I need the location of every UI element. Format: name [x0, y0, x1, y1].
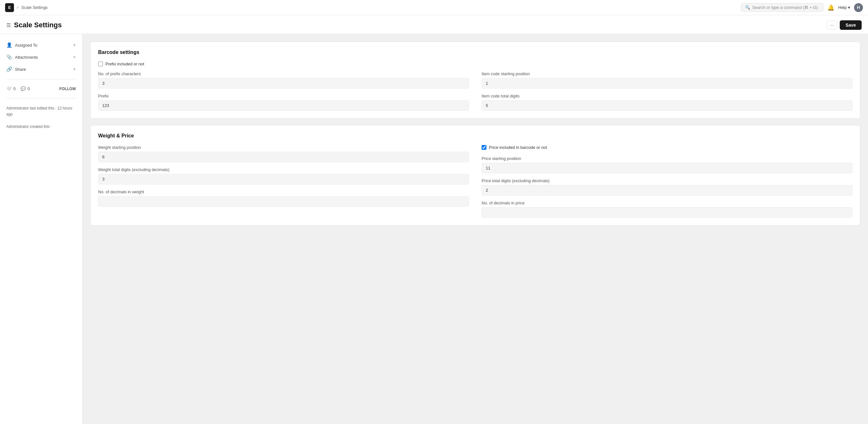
topnav-right: 🔍 Search or type a command (⌘ + G) 🔔 Hel… — [741, 3, 863, 12]
breadcrumb-separator: > — [17, 5, 19, 10]
item-code-start-label: Item code starting position — [482, 71, 852, 76]
sidebar-item-share[interactable]: 🔗 Share + — [0, 63, 82, 75]
no-prefix-chars-label: No. of prefix characters — [98, 71, 469, 76]
weight-price-card: Weight & Price Weight starting position … — [90, 125, 860, 226]
price-checkbox-label[interactable]: Price included in barcode or not — [489, 145, 547, 150]
weight-start-input[interactable] — [98, 152, 469, 162]
prefix-checkbox-row: Prefix included or not — [98, 62, 852, 66]
search-icon: 🔍 — [745, 5, 750, 10]
assigned-to-icon: 👤 — [6, 42, 12, 48]
sidebar-divider-2 — [6, 98, 76, 98]
price-digits-input[interactable] — [482, 185, 852, 195]
item-code-digits-label: Item code total digits — [482, 94, 852, 98]
add-share-icon[interactable]: + — [73, 66, 76, 72]
sidebar-item-assigned-to[interactable]: 👤 Assigned To + — [0, 39, 82, 51]
decimals-price-label: No. of decimals in price — [482, 201, 852, 205]
comments-count: 0 — [28, 86, 30, 91]
price-start-group: Price starting position — [482, 156, 852, 173]
barcode-settings-card: Barcode settings Prefix included or not … — [90, 41, 860, 119]
sidebar-stats: 🤍 0 · 💬 0 FOLLOW — [0, 83, 82, 94]
app-logo: E — [5, 3, 14, 12]
prefix-checkbox[interactable] — [98, 62, 103, 66]
barcode-form-grid: No. of prefix characters Prefix Item cod… — [98, 71, 852, 111]
prefix-label: Prefix — [98, 94, 469, 98]
item-code-start-input[interactable] — [482, 78, 852, 89]
save-button[interactable]: Save — [840, 20, 862, 30]
avatar[interactable]: H — [854, 3, 863, 12]
decimals-price-input[interactable] — [482, 207, 852, 218]
help-button[interactable]: Help ▾ — [838, 5, 850, 10]
chevron-down-icon: ▾ — [848, 5, 850, 10]
likes-count: 0 — [13, 86, 16, 91]
page-title: Scale Settings — [14, 21, 62, 29]
add-attachment-icon[interactable]: + — [73, 54, 76, 60]
weight-digits-group: Weight total digits (excluding decimals) — [98, 167, 469, 185]
weight-start-label: Weight starting position — [98, 145, 469, 150]
page-header: ☰ Scale Settings ··· Save — [0, 15, 868, 34]
item-code-digits-group: Item code total digits — [482, 94, 852, 111]
sidebar-item-attachments[interactable]: 📎 Attachments + — [0, 51, 82, 63]
comment-icon: 💬 — [21, 86, 26, 91]
price-checkbox-row: Price included in barcode or not — [482, 145, 852, 150]
sidebar: 👤 Assigned To + 📎 Attachments + 🔗 Share … — [0, 34, 83, 424]
search-bar[interactable]: 🔍 Search or type a command (⌘ + G) — [741, 3, 824, 12]
weight-digits-label: Weight total digits (excluding decimals) — [98, 167, 469, 172]
top-navigation: E > Scale Settings 🔍 Search or type a co… — [0, 0, 868, 15]
created-text: Administrator created this · — [6, 124, 76, 130]
attachments-label: Attachments — [15, 55, 38, 60]
weight-price-form-grid: Weight starting position Weight total di… — [98, 145, 852, 218]
menu-icon[interactable]: ☰ — [6, 22, 11, 28]
prefix-group: Prefix — [98, 94, 469, 111]
item-code-digits-input[interactable] — [482, 100, 852, 111]
page-header-left: ☰ Scale Settings — [6, 21, 62, 29]
weight-start-group: Weight starting position — [98, 145, 469, 162]
topnav-left: E > Scale Settings — [5, 3, 48, 12]
decimals-weight-input[interactable] — [98, 196, 469, 206]
breadcrumb-text: Scale Settings — [21, 5, 48, 10]
no-prefix-chars-input[interactable] — [98, 78, 469, 89]
last-edited-text: Administrator last edited this · 12 hour… — [6, 105, 76, 118]
prefix-input[interactable] — [98, 100, 469, 111]
page-header-right: ··· Save — [827, 20, 862, 30]
follow-button[interactable]: FOLLOW — [59, 87, 76, 91]
main-layout: 👤 Assigned To + 📎 Attachments + 🔗 Share … — [0, 34, 868, 424]
weight-digits-input[interactable] — [98, 174, 469, 185]
price-start-input[interactable] — [482, 163, 852, 173]
bell-icon[interactable]: 🔔 — [827, 4, 834, 11]
sidebar-meta: Administrator last edited this · 12 hour… — [0, 102, 82, 133]
search-placeholder: Search or type a command (⌘ + G) — [752, 5, 817, 10]
attachments-icon: 📎 — [6, 54, 12, 60]
prefix-checkbox-label[interactable]: Prefix included or not — [105, 62, 144, 66]
item-code-start-group: Item code starting position — [482, 71, 852, 89]
like-icon: 🤍 — [6, 86, 11, 91]
price-start-label: Price starting position — [482, 156, 852, 161]
price-digits-group: Price total digits (excluding decimals) — [482, 178, 852, 195]
decimals-price-group: No. of decimals in price — [482, 201, 852, 218]
decimals-weight-group: No. of decimals in weight — [98, 190, 469, 206]
share-icon: 🔗 — [6, 66, 12, 72]
more-options-button[interactable]: ··· — [827, 21, 838, 30]
share-label: Share — [15, 67, 26, 72]
add-assigned-icon[interactable]: + — [73, 42, 76, 48]
weight-price-section-title: Weight & Price — [98, 133, 852, 139]
barcode-section-title: Barcode settings — [98, 50, 852, 55]
price-digits-label: Price total digits (excluding decimals) — [482, 178, 852, 183]
sidebar-divider — [6, 79, 76, 79]
stats-dot: · — [18, 86, 19, 91]
no-prefix-chars-group: No. of prefix characters — [98, 71, 469, 89]
content-area: Barcode settings Prefix included or not … — [83, 34, 868, 424]
assigned-to-label: Assigned To — [15, 43, 37, 47]
decimals-weight-label: No. of decimals in weight — [98, 190, 469, 194]
price-checkbox[interactable] — [482, 145, 486, 150]
